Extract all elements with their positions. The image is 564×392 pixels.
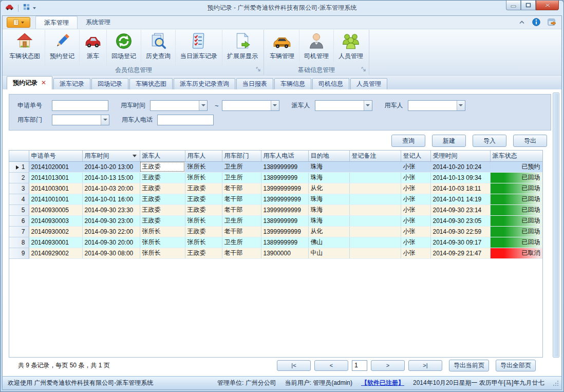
column-header-目的地[interactable]: 目的地 bbox=[308, 151, 349, 161]
cell[interactable]: 老干部 bbox=[222, 204, 261, 215]
restore-button[interactable] bbox=[521, 1, 536, 10]
user-phone-input[interactable] bbox=[157, 115, 214, 125]
column-header-申请单号[interactable]: 申请单号 bbox=[29, 151, 82, 161]
cell[interactable]: 13999999999 bbox=[261, 183, 308, 194]
search-button[interactable]: 查询 bbox=[391, 135, 425, 147]
cell[interactable]: 王政委 bbox=[185, 248, 222, 258]
cell[interactable]: 卫生所 bbox=[222, 237, 261, 248]
cell[interactable]: 小张 bbox=[401, 237, 430, 248]
cell[interactable]: 张所长 bbox=[140, 226, 185, 237]
cell[interactable]: 珠海 bbox=[308, 215, 349, 226]
cell[interactable]: 张所长 bbox=[185, 215, 222, 226]
cell[interactable] bbox=[349, 161, 401, 172]
cell[interactable]: 1389999999 bbox=[261, 172, 308, 183]
doc-tab-当日报表[interactable]: 当日报表 bbox=[236, 78, 273, 89]
cell[interactable]: 20140930005 bbox=[29, 204, 82, 215]
row-selector-cell[interactable]: 1 bbox=[9, 161, 29, 172]
cell[interactable] bbox=[349, 248, 401, 258]
cell[interactable]: 2014-10-20 13:00 bbox=[82, 161, 140, 172]
next-page-button[interactable]: > bbox=[371, 360, 405, 371]
cell[interactable]: 13999999999 bbox=[261, 226, 308, 237]
cell[interactable]: 小张 bbox=[401, 248, 430, 258]
row-selector-cell[interactable]: 9 bbox=[9, 248, 29, 258]
column-header-用车人[interactable]: 用车人 bbox=[185, 151, 222, 161]
cell[interactable]: 2014-09-30 08:00 bbox=[82, 248, 140, 258]
cell[interactable]: 2014-09-30 23:00 bbox=[82, 215, 140, 226]
cell[interactable]: 王政委 bbox=[140, 172, 185, 183]
export-current-page-button[interactable]: 导出当前页 bbox=[449, 360, 489, 371]
cell[interactable]: 13999999999 bbox=[261, 204, 308, 215]
cell[interactable]: 张所长 bbox=[185, 161, 222, 172]
dispatch-status-cell[interactable]: 已回场 bbox=[490, 172, 543, 183]
new-button[interactable]: 新建 bbox=[432, 135, 466, 147]
import-button[interactable]: 导入 bbox=[473, 135, 506, 147]
cell[interactable]: 珠海 bbox=[308, 172, 349, 183]
cell[interactable]: 老干部 bbox=[222, 226, 261, 237]
row-selector-cell[interactable]: 5 bbox=[9, 204, 29, 215]
cell[interactable]: 20140929002 bbox=[29, 248, 82, 258]
column-header-row-selector[interactable] bbox=[9, 151, 29, 161]
use-time-to-combo[interactable] bbox=[222, 100, 279, 111]
table-row[interactable]: 1201410200012014-10-20 13:00王政委张所长卫生所138… bbox=[9, 161, 543, 172]
cell[interactable]: 20140930003 bbox=[29, 215, 82, 226]
cell[interactable] bbox=[349, 215, 401, 226]
cell[interactable]: 小张 bbox=[401, 161, 430, 172]
cell[interactable]: 小张 bbox=[401, 215, 430, 226]
export-all-pages-button[interactable]: 导出全部页 bbox=[496, 360, 536, 371]
cell[interactable]: 2014-09-30 20:00 bbox=[82, 237, 140, 248]
cell[interactable]: 2014-10-03 18:11 bbox=[430, 183, 490, 194]
cell[interactable]: 珠海 bbox=[308, 161, 349, 172]
ribbon-button-车辆管理[interactable]: 车辆管理 bbox=[265, 30, 299, 65]
use-time-from-combo[interactable] bbox=[150, 100, 208, 111]
cell[interactable]: 2014-09-30 09:17 bbox=[430, 237, 490, 248]
cell[interactable]: 13999999999 bbox=[261, 194, 308, 204]
cell[interactable]: 小张 bbox=[401, 204, 430, 215]
column-header-派车人[interactable]: 派车人 bbox=[140, 151, 185, 161]
table-row[interactable]: 9201409290022014-09-30 08:00张所长王政委老干部139… bbox=[9, 248, 543, 258]
column-header-受理时间[interactable]: 受理时间 bbox=[430, 151, 490, 161]
cell[interactable]: 珠海 bbox=[308, 204, 349, 215]
cell[interactable]: 20140930002 bbox=[29, 226, 82, 237]
column-header-用车部门[interactable]: 用车部门 bbox=[222, 151, 261, 161]
doc-tab-派车记录[interactable]: 派车记录 bbox=[53, 78, 90, 89]
cell[interactable]: 1389999999 bbox=[261, 237, 308, 248]
column-header-派车状态[interactable]: 派车状态 bbox=[490, 151, 543, 161]
cell[interactable]: 中山 bbox=[308, 248, 349, 258]
cell[interactable]: 王政委 bbox=[140, 194, 185, 204]
cell[interactable]: 王政委 bbox=[140, 204, 185, 215]
cell[interactable]: 王政委 bbox=[185, 183, 222, 194]
cell[interactable]: 13900000 bbox=[261, 248, 308, 258]
combo-dropdown-icon[interactable] bbox=[101, 115, 109, 125]
cell[interactable] bbox=[349, 172, 401, 183]
table-row[interactable]: 7201409300022014-09-30 22:00张所长王政委老干部139… bbox=[9, 226, 543, 237]
cell[interactable]: 1389999999 bbox=[261, 215, 308, 226]
row-selector-cell[interactable]: 3 bbox=[9, 183, 29, 194]
cell[interactable] bbox=[349, 204, 401, 215]
table-row[interactable]: 2201410130012014-10-13 15:00王政委张所长卫生所138… bbox=[9, 172, 543, 183]
doc-tab-预约记录[interactable]: 预约记录✕ bbox=[7, 76, 52, 89]
combo-dropdown-icon[interactable] bbox=[199, 101, 207, 110]
row-selector-cell[interactable]: 4 bbox=[9, 194, 29, 204]
doc-tab-车辆状态图[interactable]: 车辆状态图 bbox=[129, 78, 173, 89]
collapse-ribbon-icon[interactable] bbox=[519, 20, 525, 24]
license-registered-link[interactable]: 【软件已注册】 bbox=[361, 379, 404, 387]
cell[interactable]: 老干部 bbox=[222, 183, 261, 194]
dispatch-status-cell[interactable]: 已回场 bbox=[490, 194, 543, 204]
dispatch-status-cell[interactable]: 已回场 bbox=[490, 183, 543, 194]
department-combo[interactable] bbox=[52, 115, 109, 125]
doc-tab-回场记录[interactable]: 回场记录 bbox=[91, 78, 128, 89]
request-no-input[interactable] bbox=[52, 100, 108, 111]
cell[interactable] bbox=[349, 183, 401, 194]
cell[interactable]: 卫生所 bbox=[222, 172, 261, 183]
cell[interactable]: 2014-09-30 23:05 bbox=[430, 215, 490, 226]
table-row[interactable]: 4201410010012014-10-01 16:00王政委王政委老干部139… bbox=[9, 194, 543, 204]
ribbon-button-回场登记[interactable]: 回场登记 bbox=[106, 30, 141, 65]
row-selector-cell[interactable]: 7 bbox=[9, 226, 29, 237]
cell[interactable]: 从化 bbox=[308, 183, 349, 194]
cell[interactable]: 卫生所 bbox=[222, 161, 261, 172]
cell[interactable]: 老干部 bbox=[222, 194, 261, 204]
cell[interactable] bbox=[349, 237, 401, 248]
cell[interactable]: 王政委 bbox=[185, 204, 222, 215]
cell[interactable]: 王政委 bbox=[185, 226, 222, 237]
dispatch-status-cell[interactable]: 已回场 bbox=[490, 215, 543, 226]
